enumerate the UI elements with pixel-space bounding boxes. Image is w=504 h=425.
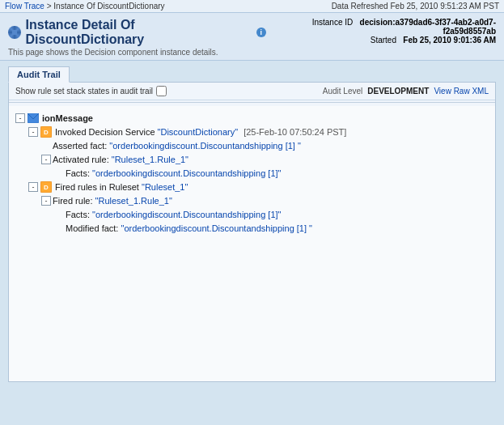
- tree-content: - ionMessage - D Invoked Decision Servic…: [9, 106, 495, 381]
- header-subtitle: This page shows the Decision component i…: [8, 48, 266, 57]
- audit-right: Audit Level DEVELOPMENT View Raw XML: [323, 87, 489, 96]
- node-text-fired-ruleset: Fired rules in Ruleset "Ruleset_1": [55, 181, 188, 193]
- tab-audit-trail[interactable]: Audit Trail: [8, 66, 70, 83]
- audit-level-label: Audit Level: [323, 87, 362, 96]
- top-bar: Flow Trace > Instance Of DiscountDiction…: [0, 0, 504, 13]
- started-value: Feb 25, 2010 9:01:36 AM: [403, 36, 496, 45]
- node-text-facts2: Facts: "orderbookingdiscount.Discountand…: [66, 208, 281, 221]
- tree-node-facts1: Facts: "orderbookingdiscount.Discountand…: [54, 167, 489, 180]
- refresh-info: Data Refreshed Feb 25, 2010 9:51:23 AM P…: [332, 2, 499, 11]
- tree-node-invoked: - D Invoked Decision Service "DiscountDi…: [28, 125, 489, 138]
- decision-icon-invoked: D: [40, 125, 53, 138]
- info-icon[interactable]: i: [256, 28, 266, 37]
- expand-btn-activated[interactable]: -: [41, 155, 51, 164]
- modified-value: "orderbookingdiscount.Discountandshippin…: [121, 223, 312, 233]
- show-rule-label: Show rule set stack states in audit trai…: [15, 86, 167, 96]
- activated-value: "Ruleset_1.Rule_1": [112, 155, 188, 164]
- node-text-asserted: Asserted fact: "orderbookingdiscount.Dis…: [53, 139, 301, 152]
- show-rule-checkbox[interactable]: [156, 86, 167, 96]
- instance-id-row: Instance ID decision:a379dad6-3f37-4ab2-…: [266, 18, 496, 36]
- asserted-value: "orderbookingdiscount.Discountandshippin…: [109, 141, 301, 151]
- header-area: Instance Detail Of DiscountDictionary i …: [0, 13, 504, 61]
- tree-node-facts2: Facts: "orderbookingdiscount.Discountand…: [54, 208, 489, 221]
- facts2-value: "orderbookingdiscount.Discountandshippin…: [92, 210, 281, 219]
- content-toolbar: Show rule set stack states in audit trai…: [9, 83, 495, 100]
- facts1-value: "orderbookingdiscount.Discountandshippin…: [92, 168, 281, 178]
- tree-node-fired-rule: - Fired rule: "Ruleset_1.Rule_1": [41, 194, 489, 207]
- tab-container: Audit Trail: [0, 61, 504, 82]
- instance-id-label: Instance ID: [312, 18, 354, 27]
- page-title: Instance Detail Of DiscountDictionary i: [8, 18, 266, 47]
- tree-node-fired-ruleset: - D Fired rules in Ruleset "Ruleset_1": [28, 181, 489, 193]
- node-text-root: ionMessage: [42, 112, 93, 125]
- breadcrumb-current: Instance Of DiscountDictionary: [53, 2, 164, 11]
- node-text-invoked: Invoked Decision Service "DiscountDictio…: [55, 125, 346, 138]
- expand-btn-fired-ruleset[interactable]: -: [28, 182, 38, 192]
- tree-node-modified: Modified fact: "orderbookingdiscount.Dis…: [54, 222, 489, 235]
- node-text-fired-rule: Fired rule: "Ruleset_1.Rule_1": [53, 194, 172, 207]
- node-text-facts1: Facts: "orderbookingdiscount.Discountand…: [66, 167, 281, 180]
- invoked-timestamp: [25-Feb-10 07:50:24 PST]: [244, 127, 346, 137]
- expand-btn-invoked[interactable]: -: [28, 127, 38, 137]
- started-row: Started Feb 25, 2010 9:01:36 AM: [266, 36, 496, 45]
- invoked-service-name[interactable]: "DiscountDictionary": [158, 127, 239, 137]
- node-text-modified: Modified fact: "orderbookingdiscount.Dis…: [66, 222, 312, 235]
- gear-icon: [8, 26, 21, 39]
- decision-icon-fired: D: [40, 181, 53, 193]
- envelope-icon: [27, 112, 40, 125]
- svg-text:D: D: [44, 184, 49, 191]
- fired-rule-name: "Ruleset_1.Rule_1": [95, 196, 172, 206]
- node-text-activated: Activated rule: "Ruleset_1.Rule_1": [53, 153, 188, 166]
- fired-ruleset-name: "Ruleset_1": [142, 182, 188, 192]
- tree-node-asserted: Asserted fact: "orderbookingdiscount.Dis…: [41, 139, 489, 152]
- instance-id-value: decision:a379dad6-3f37-4ab2-a0d7-f2a59d8…: [360, 18, 496, 36]
- started-label: Started: [371, 36, 396, 45]
- breadcrumb: Flow Trace > Instance Of DiscountDiction…: [5, 2, 165, 11]
- main-content: Show rule set stack states in audit trai…: [8, 82, 496, 382]
- tree-node-root: - ionMessage: [15, 112, 489, 125]
- breadcrumb-flow-trace[interactable]: Flow Trace: [5, 2, 44, 11]
- view-raw-xml-link[interactable]: View Raw XML: [434, 87, 489, 96]
- tree-node-activated: - Activated rule: "Ruleset_1.Rule_1": [41, 153, 489, 166]
- expand-btn-fired-rule[interactable]: -: [41, 196, 51, 206]
- svg-text:D: D: [44, 129, 49, 136]
- expand-btn-root[interactable]: -: [15, 113, 25, 123]
- audit-level-value: DEVELOPMENT: [367, 87, 429, 96]
